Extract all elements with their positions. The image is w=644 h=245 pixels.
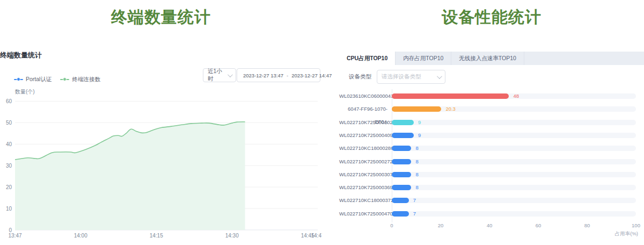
bar-value-label: 48	[513, 90, 519, 103]
bar-track	[392, 211, 636, 217]
bar-value-label: 7	[413, 194, 416, 207]
legend-item-terminal[interactable]: 终端连接数	[60, 76, 100, 83]
x-tick-label: 13:47	[8, 233, 21, 239]
bar-category-label: WL022710K725000369	[339, 181, 387, 194]
tab-wireless-rate-top10[interactable]: 无线接入点速率TOP10	[451, 52, 524, 65]
bar-row: WL022710KC180002808	[339, 142, 644, 155]
bar-track	[392, 185, 636, 190]
legend-marker-icon	[14, 77, 23, 82]
bar-x-tick-label: 100	[632, 222, 640, 228]
bar-category-label: WL022710K725000409	[339, 129, 387, 142]
bar-row: WL022710K7250004099	[339, 129, 644, 142]
x-tick-label: 14:30	[225, 233, 239, 239]
y-axis-title: 数量(个)	[14, 89, 35, 95]
bar-value-label: 9	[418, 116, 421, 129]
tab-memory-top10[interactable]: 内存占用TOP10	[396, 52, 451, 65]
chevron-down-icon	[437, 74, 442, 79]
y-tick-label: 60	[6, 98, 12, 104]
dashboard: 终端数量统计 终端数量统计 近1小时 2023-12-27 13:47 - 20…	[0, 0, 644, 245]
device-perf-panel: 设备性能统计 CPU占用TOP10 内存占用TOP10 无线接入点速率TOP10…	[339, 0, 644, 245]
y-tick-label: 50	[6, 120, 12, 126]
bar-x-tick-label: 20	[438, 222, 444, 228]
legend-label: 终端连接数	[72, 76, 100, 83]
bar-value-label: 7	[413, 207, 416, 220]
chart-legend: Portal认证 终端连接数	[14, 76, 100, 83]
bar[interactable]	[392, 120, 414, 125]
x-tick-label: 14:00	[74, 233, 87, 239]
terminal-line-chart[interactable]: 0102030405060数量(个)13:4714:0014:1514:3014…	[0, 86, 322, 245]
bar-x-tick-label: 60	[536, 222, 541, 228]
time-range-value: 近1小时	[208, 68, 228, 83]
bar-category-label: WL022710K725000307	[339, 168, 387, 181]
bar-value-label: 8	[415, 155, 418, 168]
bar-row: WL022710KC180003727	[339, 194, 644, 207]
date-range-picker[interactable]: 2023-12-27 13:47 - 2023-12-27 14:47	[237, 68, 320, 82]
bar-row: WL022710K7250004707	[339, 207, 644, 220]
area-fill	[15, 122, 245, 230]
chevron-down-icon	[228, 72, 233, 77]
bar-track	[392, 172, 636, 177]
bar-category-label: WL022710K725000272	[339, 155, 387, 168]
bar-x-axis-title: 占用率(%)	[615, 230, 638, 237]
bar[interactable]	[392, 211, 409, 217]
y-tick-label: 0	[9, 227, 12, 233]
bar-value-label: 9	[418, 129, 421, 142]
bar[interactable]	[392, 106, 441, 112]
bar-x-tick-label: 40	[487, 222, 493, 228]
bar[interactable]	[392, 133, 414, 138]
bar-track	[392, 106, 636, 112]
left-doc-title: 终端数量统计	[0, 3, 322, 31]
bar-track	[392, 146, 636, 151]
bar-category-label: WL022710KC18000372	[339, 194, 387, 207]
bar-category-label: WL022710K725000102	[339, 116, 387, 129]
tab-cpu-top10[interactable]: CPU占用TOP10	[339, 52, 396, 65]
bar-track	[392, 159, 636, 164]
bar-value-label: 8	[415, 168, 418, 181]
bar-row: WL022710K7250001029	[339, 116, 644, 129]
right-doc-title: 设备性能统计	[339, 3, 644, 31]
bar-row: 6047-FF96-1070-EF0A20.3	[339, 103, 644, 116]
bar[interactable]	[392, 93, 509, 99]
date-start: 2023-12-27 13:47	[243, 73, 283, 78]
y-tick-label: 20	[6, 184, 12, 190]
time-range-select[interactable]: 近1小时	[203, 68, 236, 82]
bar-category-label: WL022710KC18000280	[339, 142, 387, 155]
device-type-select[interactable]: 请选择设备类型	[377, 70, 445, 84]
bar[interactable]	[392, 146, 411, 151]
left-panel-title: 终端数量统计	[0, 51, 42, 60]
bar-value-label: 8	[415, 142, 418, 155]
bar-category-label: WL023610KC06000043	[339, 90, 387, 103]
device-type-placeholder: 请选择设备类型	[382, 73, 421, 81]
bar[interactable]	[392, 159, 411, 164]
bar[interactable]	[392, 185, 411, 190]
bar-row: WL022710K7250003078	[339, 168, 644, 181]
date-separator: -	[286, 73, 289, 78]
bar-track	[392, 120, 636, 125]
terminal-stats-panel: 终端数量统计 终端数量统计 近1小时 2023-12-27 13:47 - 20…	[0, 0, 322, 245]
legend-marker-icon	[60, 77, 69, 82]
y-tick-label: 10	[6, 206, 12, 212]
bar-track	[392, 198, 636, 203]
date-end: 2023-12-27 14:47	[291, 73, 332, 78]
bar[interactable]	[392, 198, 409, 203]
bar-value-label: 8	[415, 181, 418, 194]
legend-item-portal[interactable]: Portal认证	[14, 76, 52, 83]
y-tick-label: 40	[6, 141, 12, 147]
bar-row: WL022710K7250003698	[339, 181, 644, 194]
bar-track	[392, 133, 636, 138]
bar-row: WL022710K7250002728	[339, 155, 644, 168]
bar-category-label: WL022710K725000470	[339, 207, 387, 220]
bar-value-label: 20.3	[445, 103, 456, 116]
x-tick-label: 14:15	[150, 233, 163, 239]
bar-x-tick-label: 0	[390, 222, 393, 228]
perf-tab-bar: CPU占用TOP10 内存占用TOP10 无线接入点速率TOP10	[339, 52, 644, 65]
device-type-label: 设备类型	[349, 73, 371, 81]
y-tick-label: 30	[6, 163, 12, 169]
bar-category-label: 6047-FF96-1070-EF0A	[339, 103, 387, 116]
bar-row: WL023610KC0600004348	[339, 90, 644, 103]
bar-x-tick-label: 80	[584, 222, 590, 228]
x-tick-label: 14:47	[311, 233, 322, 239]
bar[interactable]	[392, 172, 411, 177]
legend-label: Portal认证	[26, 76, 52, 83]
